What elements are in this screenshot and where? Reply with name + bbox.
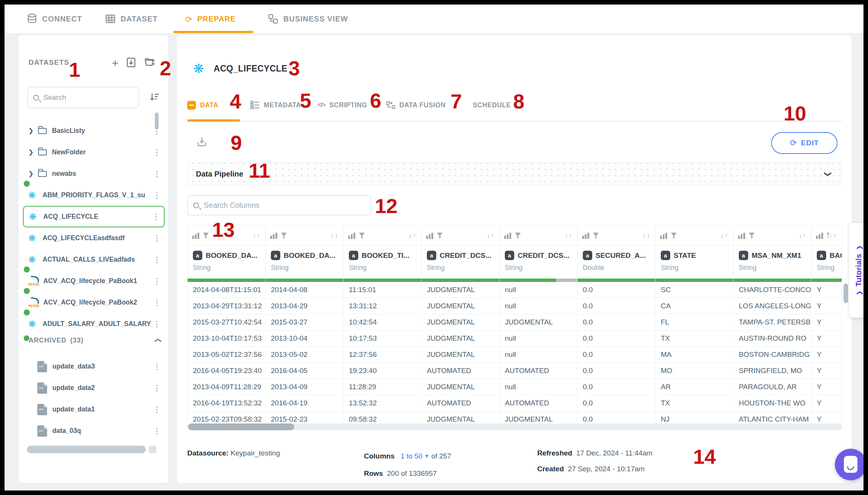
archived-section-header[interactable]: ARCHIVED (33)	[29, 336, 160, 344]
nav-item-prepare[interactable]: PREPARE	[185, 5, 236, 33]
tab-data-fusion[interactable]: DATA FUSION	[386, 97, 446, 113]
histogram-icon[interactable]	[426, 232, 433, 239]
sort-arrows-icon[interactable]: ↓↑	[487, 232, 495, 239]
item-menu-icon[interactable]	[153, 148, 161, 157]
nav-item-dataset[interactable]: DATASET	[105, 5, 157, 33]
column-header-cell[interactable]: aBOOKED_DA...String	[266, 245, 344, 279]
histogram-icon[interactable]	[816, 232, 823, 239]
sidebar-dataset-item[interactable]: BasicListy	[23, 120, 165, 142]
sidebar-horizontal-scrollbar[interactable]	[27, 446, 146, 453]
table-vertical-scrollbar[interactable]	[844, 283, 848, 303]
filter-icon[interactable]	[203, 233, 209, 239]
chevron-right-icon[interactable]	[28, 170, 38, 178]
nav-item-connect[interactable]: CONNECT	[26, 5, 82, 33]
archived-item[interactable]: data_03q	[23, 420, 165, 442]
sidebar-dataset-item[interactable]: ADULT_SALARY_ADULT_SALARY_V1	[23, 313, 165, 335]
caret-down-icon[interactable]: ▼	[425, 453, 429, 459]
add-dataset-button[interactable]: +	[112, 57, 119, 70]
filter-icon[interactable]	[359, 233, 365, 239]
filter-icon[interactable]	[515, 233, 521, 239]
item-menu-icon[interactable]	[153, 384, 161, 393]
histogram-icon[interactable]	[348, 232, 355, 239]
item-menu-icon[interactable]	[153, 362, 161, 371]
table-row[interactable]: 2013-04-09T11:28:292013-04-0911:28:29JUD…	[188, 379, 842, 395]
tutorials-tab[interactable]: Tutorials	[849, 223, 863, 318]
item-menu-icon[interactable]	[153, 126, 161, 136]
chat-launcher-button[interactable]	[835, 449, 863, 480]
sidebar-search[interactable]	[28, 87, 139, 108]
filter-icon[interactable]	[281, 233, 287, 239]
item-menu-icon[interactable]	[153, 191, 161, 200]
table-row[interactable]: 2016-04-19T13:52:322016-04-1913:52:32AUT…	[188, 395, 842, 411]
archived-item[interactable]: update_data1	[23, 399, 165, 420]
sort-arrows-icon[interactable]: ↓↑	[253, 232, 261, 239]
new-folder-icon[interactable]	[144, 57, 156, 68]
histogram-icon[interactable]	[504, 232, 511, 239]
table-row[interactable]: 2013-10-04T10:17:532013-10-0410:17:53JUD…	[188, 331, 842, 347]
sort-arrows-icon[interactable]: ↓↑	[565, 232, 573, 239]
column-header-cell[interactable]: aMSA_NM_XM1String	[734, 245, 811, 279]
chevron-down-icon[interactable]	[824, 169, 833, 179]
column-search[interactable]	[187, 195, 371, 215]
sort-arrows-icon[interactable]: ↓↑	[643, 232, 651, 239]
sort-arrows-icon[interactable]: ↓↑	[331, 232, 339, 239]
data-pipeline-bar[interactable]: Data Pipeline	[187, 162, 842, 186]
collapse-icon[interactable]	[154, 336, 160, 344]
filter-icon[interactable]	[671, 233, 677, 239]
histogram-icon[interactable]	[660, 232, 667, 239]
import-dataset-icon[interactable]	[125, 57, 137, 68]
table-row[interactable]: 2016-04-05T19:23:402016-04-0519:23:40AUT…	[188, 363, 842, 379]
nav-item-business-view[interactable]: BUSINESS VIEW	[267, 5, 348, 33]
sidebar-dataset-item[interactable]: ACV_ACQ_lifecycle_PaBook2	[23, 292, 165, 313]
item-menu-icon[interactable]	[152, 212, 160, 221]
item-menu-icon[interactable]	[153, 298, 161, 307]
table-row[interactable]: 2013-04-29T13:31:122013-04-2913:31:12JUD…	[188, 298, 842, 314]
sidebar-dataset-item[interactable]: ACQ_LIFECYCLE	[23, 206, 165, 227]
scrollbar-thumb[interactable]	[188, 423, 294, 430]
sort-arrows-icon[interactable]: ↓↑	[799, 232, 807, 239]
column-header-cell[interactable]: aCREDIT_DCS...String	[500, 245, 578, 279]
table-row[interactable]: 2015-02-23T09:58:322015-02-2309:58:32JUD…	[188, 411, 842, 424]
column-header-cell[interactable]: aCREDIT_DCS...String	[422, 245, 500, 279]
item-menu-icon[interactable]	[153, 234, 161, 243]
filter-icon[interactable]	[593, 233, 599, 239]
histogram-icon[interactable]	[582, 232, 589, 239]
column-header-cell[interactable]: aBOOKED_TI...String	[344, 245, 422, 279]
sort-arrows-icon[interactable]: ↓↑	[721, 232, 729, 239]
filter-icon[interactable]	[437, 233, 443, 239]
item-menu-icon[interactable]	[153, 320, 161, 329]
columns-range-link[interactable]: 1 to 50	[400, 452, 422, 460]
archived-item[interactable]: update_data2	[23, 377, 165, 399]
tab-data[interactable]: DATA	[187, 97, 218, 113]
archived-item[interactable]: update_data3	[23, 356, 165, 377]
sidebar-search-input[interactable]	[43, 93, 119, 102]
sort-icon[interactable]	[149, 91, 160, 103]
sidebar-dataset-item[interactable]: ACV_ACQ_lifecycle_PaBook1	[23, 270, 165, 292]
sidebar-dataset-item[interactable]: ACQ_LIFECYCLEasdfasdf	[23, 227, 165, 249]
table-row[interactable]: 2015-03-27T10:42:542015-03-2710:42:54JUD…	[188, 314, 842, 331]
chevron-right-icon[interactable]	[28, 127, 38, 135]
edit-button[interactable]: EDIT	[771, 132, 837, 154]
item-menu-icon[interactable]	[153, 426, 161, 436]
sidebar-dataset-item[interactable]: ABM_PRIORITY_FLAGS_V_1_su	[23, 184, 165, 206]
tab-scripting[interactable]: </> SCRIPTING	[318, 97, 367, 113]
sidebar-dataset-item[interactable]: newabs	[23, 163, 165, 184]
sidebar-dataset-item[interactable]: NewFolder	[23, 142, 165, 163]
item-menu-icon[interactable]	[153, 405, 161, 414]
table-horizontal-scrollbar[interactable]	[187, 423, 842, 430]
histogram-icon[interactable]	[270, 232, 277, 239]
item-menu-icon[interactable]	[153, 169, 161, 178]
sort-arrows-icon[interactable]: ↓↑	[829, 232, 837, 239]
table-row[interactable]: 2014-04-08T11:15:012014-04-0811:15:01JUD…	[188, 282, 842, 298]
sidebar-dataset-item[interactable]: ACTUAL_CALLS_LIVEadfads	[23, 249, 165, 270]
item-menu-icon[interactable]	[153, 255, 161, 264]
column-header-cell[interactable]: aBAC_CString	[811, 245, 842, 279]
item-menu-icon[interactable]	[153, 277, 161, 286]
histogram-icon[interactable]	[738, 232, 745, 239]
histogram-icon[interactable]	[192, 232, 199, 239]
column-header-cell[interactable]: aSECURED_A...Double	[578, 245, 656, 279]
column-header-cell[interactable]: aSTATEString	[656, 245, 734, 279]
tab-metadata[interactable]: METADATA	[251, 97, 301, 113]
sort-arrows-icon[interactable]: ↓↑	[409, 232, 417, 239]
table-row[interactable]: 2013-05-02T12:37:562013-05-0212:37:56JUD…	[188, 347, 842, 363]
